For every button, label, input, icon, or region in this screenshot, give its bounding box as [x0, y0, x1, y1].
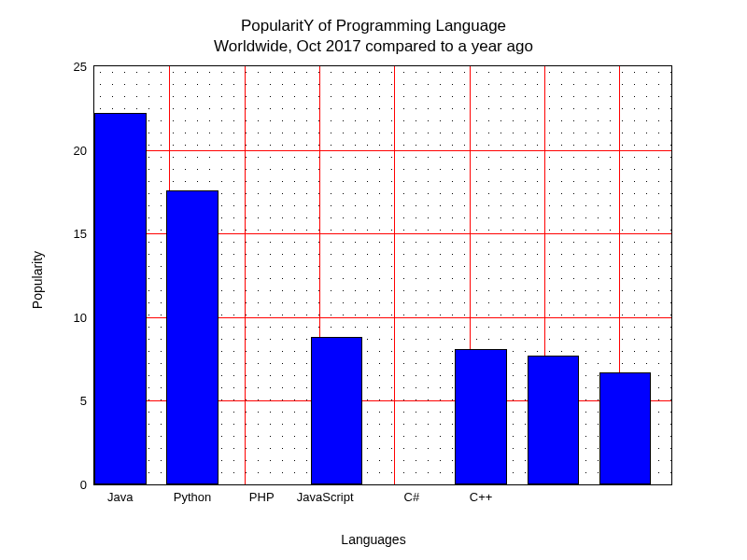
y-tick-label: 10 — [74, 310, 87, 324]
x-tick-label: Python — [174, 490, 211, 504]
plot-area: 0510152025JavaPythonPHPJavaScriptC#C++ — [93, 65, 672, 485]
chart-title-line2: Worldwide, Oct 2017 compared to a year a… — [0, 37, 747, 56]
bar — [311, 337, 363, 484]
gridline-h — [94, 150, 671, 151]
y-axis-label: Popularity — [30, 251, 45, 309]
bar — [599, 372, 652, 484]
x-tick-label: JavaScript — [297, 490, 354, 504]
bar — [94, 113, 147, 484]
gridline-v — [394, 66, 395, 484]
bar — [166, 190, 218, 484]
y-tick-label: 5 — [80, 394, 87, 408]
y-tick-label: 15 — [74, 227, 87, 241]
bar — [528, 356, 580, 484]
bar — [455, 349, 507, 484]
gridline-v — [245, 66, 246, 484]
x-tick-label: Java — [107, 490, 133, 504]
x-tick-label: C++ — [470, 490, 493, 504]
y-tick-label: 25 — [74, 60, 87, 74]
y-tick-label: 0 — [80, 478, 87, 492]
x-tick-label: PHP — [249, 490, 275, 504]
x-tick-label: C# — [404, 490, 420, 504]
chart-container: PopularitY of Programming Language World… — [0, 0, 747, 560]
chart-title-line1: PopularitY of Programming Language — [0, 17, 747, 35]
x-axis-label: Languages — [0, 532, 747, 547]
y-tick-label: 20 — [74, 143, 87, 157]
